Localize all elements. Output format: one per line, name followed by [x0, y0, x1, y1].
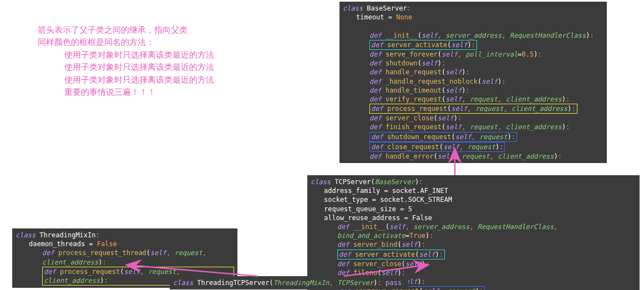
def-server_bind: def server_bind(self):: [311, 240, 636, 249]
default-value: 0.5: [522, 50, 534, 58]
fn-name: process_request: [60, 268, 120, 276]
param: self: [438, 152, 454, 160]
def-verify_request: def verify_request(self, request, client…: [343, 95, 604, 104]
def-_handle_request_noblock: def _handle_request_noblock(self):: [343, 77, 604, 86]
attr-value: False: [97, 240, 117, 248]
fn-name: server_activate: [355, 251, 415, 258]
attr-socket_type: socket_type = socket.SOCK_STREAM: [311, 195, 636, 204]
fn-name: shutdown_request: [387, 133, 452, 141]
param: client_address: [506, 95, 562, 103]
param: self: [445, 123, 462, 131]
def-close_request: def close_request(self, request):: [343, 142, 604, 152]
def-server_close: def server_close(self):: [311, 260, 636, 268]
param: self: [150, 249, 166, 257]
param: request: [475, 105, 504, 113]
attr-timeout: timeout = None: [343, 13, 604, 22]
base-class: BaseServer: [375, 178, 415, 186]
blank-line: [343, 22, 604, 30]
param: self: [481, 78, 498, 85]
def-handle_request: def handle_request(self):: [343, 68, 604, 77]
param: request: [470, 123, 498, 131]
fn-name: fileno: [353, 269, 377, 277]
param: self: [405, 260, 422, 268]
attr-value: False: [412, 214, 432, 222]
fn-name: finish_request: [386, 123, 442, 131]
class-name: ThreadingTCPServer: [197, 279, 269, 287]
attr-name: allow_reuse_address: [324, 214, 400, 222]
class-name: ThreadingMixIn: [39, 231, 95, 239]
def-handle_error: def handle_error(self, request, client_a…: [343, 152, 604, 161]
fn-name: server_activate: [387, 41, 447, 49]
fn-name: shutdown: [386, 59, 418, 67]
fn-name: __init__: [386, 32, 418, 39]
param: server_address: [413, 223, 469, 231]
def-__init__: def __init__(self, server_address, Reque…: [343, 31, 604, 40]
base-class: ThreadingMixIn: [273, 279, 329, 287]
fn-name: handle_error: [386, 152, 434, 160]
param: request: [174, 249, 202, 257]
annot-line-5: 使用子类对象时只选择离该类最近的方法: [38, 74, 214, 86]
def-handle_timeout: def handle_timeout(self):: [343, 86, 604, 95]
def-process_request_thread: def process_request_thread(self, request…: [16, 248, 234, 266]
fn-name: server_close: [353, 260, 402, 268]
annot-line-4: 使用子类对象时只选择离该类最近的方法: [38, 61, 214, 73]
param: client_address: [42, 258, 98, 266]
class-name: BaseServer: [367, 4, 407, 12]
annot-line-3: 使用子类对象时只选择离该类最近的方法: [38, 49, 214, 61]
pass-keyword: pass: [386, 279, 402, 287]
param: self: [445, 95, 462, 103]
attr-request_queue_size: request_queue_size = 5: [311, 205, 636, 213]
annotation-text: 箭头表示了父子类之间的继承，指向父类 同样颜色的框框是同名的方法： 使用子类对象…: [38, 24, 214, 99]
param: RequestHandlerClass: [478, 223, 554, 231]
fn-name: verify_request: [386, 95, 442, 103]
attr-value: socket.AF_INET: [392, 187, 448, 195]
param: self: [419, 251, 435, 258]
fn-name: close_request: [387, 143, 439, 151]
code-block-tcpserver: class TCPServer(BaseServer):address_fami…: [307, 175, 640, 290]
def-__init__: def __init__(self, server_address, Reque…: [311, 222, 636, 240]
param: client_address: [498, 152, 554, 160]
fn-name: process_request_thread: [58, 249, 146, 257]
param: self: [442, 50, 458, 58]
param: client_address: [506, 123, 562, 131]
class-decl-tcpserver: class TCPServer(BaseServer):: [311, 178, 423, 186]
param: server_address: [445, 32, 501, 39]
param: self: [438, 114, 454, 122]
param: self: [455, 133, 471, 141]
default-value: True: [409, 232, 425, 240]
fn-name: server_bind: [353, 241, 397, 248]
param: RequestHandlerClass: [510, 32, 586, 39]
def-server_activate: def server_activate(self):: [343, 40, 604, 50]
class-name: TCPServer: [334, 178, 371, 186]
param: self: [389, 223, 405, 231]
param: self: [445, 68, 462, 76]
param: request: [479, 133, 508, 141]
code-block-baseserver: class BaseServer:timeout = None def __in…: [339, 2, 607, 163]
attr-name: address_family: [324, 187, 380, 195]
attr-allow_reuse_address: allow_reuse_address = False: [311, 213, 636, 222]
fn-name: server_close: [386, 114, 434, 122]
base-class: TCPServer: [337, 279, 373, 287]
param: self: [422, 32, 438, 39]
fn-name: process_request: [387, 105, 447, 113]
param: client_address: [44, 277, 100, 284]
annot-line-2: 同样颜色的框框是同名的方法：: [38, 38, 154, 47]
param: request: [148, 268, 176, 276]
param: self: [382, 269, 398, 277]
def-server_close: def server_close(self):: [343, 114, 604, 123]
class-decl-baseserver: class BaseServer:: [343, 4, 411, 12]
def-serve_forever: def serve_forever(self, poll_interval=0.…: [343, 50, 604, 59]
annot-line-1: 箭头表示了父子类之间的继承，指向父类: [38, 26, 187, 34]
attr-value: socket.SOCK_STREAM: [380, 196, 452, 203]
param: self: [452, 105, 468, 113]
attr-daemon-threads: daemon_threads = False: [16, 240, 234, 248]
param: self: [422, 59, 438, 67]
param: self: [443, 143, 459, 151]
code-block-threadingtcpserver: class ThreadingTCPServer(ThreadingMixIn,…: [170, 276, 408, 289]
param: self: [445, 87, 462, 94]
param: request: [470, 95, 498, 103]
param: request: [467, 143, 495, 151]
fn-name: handle_request: [386, 68, 442, 76]
attr-value: None: [396, 13, 412, 21]
param: request: [462, 152, 490, 160]
